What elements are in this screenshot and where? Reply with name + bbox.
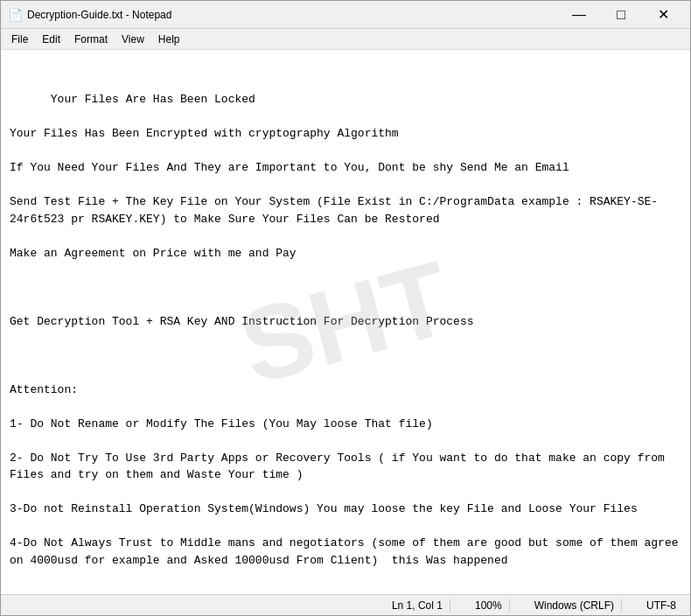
menu-view[interactable]: View [115, 32, 151, 47]
editor-container: SHT Your Files Are Has Been Locked Your … [1, 50, 690, 594]
line-ending: Windows (CRLF) [527, 599, 622, 612]
menu-edit[interactable]: Edit [35, 32, 67, 47]
status-bar: Ln 1, Col 1 100% Windows (CRLF) UTF-8 [1, 594, 690, 615]
title-bar: 📄 Decryption-Guide.txt - Notepad — □ ✕ [1, 1, 690, 29]
text-editor[interactable]: SHT Your Files Are Has Been Locked Your … [1, 50, 690, 594]
maximize-button[interactable]: □ [601, 2, 641, 28]
zoom-level: 100% [468, 599, 510, 612]
minimize-button[interactable]: — [559, 2, 599, 28]
menu-format[interactable]: Format [67, 32, 115, 47]
editor-text: Your Files Are Has Been Locked Your File… [10, 93, 685, 594]
close-button[interactable]: ✕ [643, 2, 683, 28]
app-icon: 📄 [8, 8, 22, 22]
window-controls: — □ ✕ [559, 2, 683, 28]
menu-help[interactable]: Help [151, 32, 187, 47]
cursor-position: Ln 1, Col 1 [385, 599, 450, 612]
window-title: Decryption-Guide.txt - Notepad [27, 9, 559, 21]
menu-file[interactable]: File [4, 32, 35, 47]
encoding: UTF-8 [639, 599, 683, 612]
menu-bar: File Edit Format View Help [1, 29, 690, 50]
notepad-window: 📄 Decryption-Guide.txt - Notepad — □ ✕ F… [0, 0, 691, 616]
